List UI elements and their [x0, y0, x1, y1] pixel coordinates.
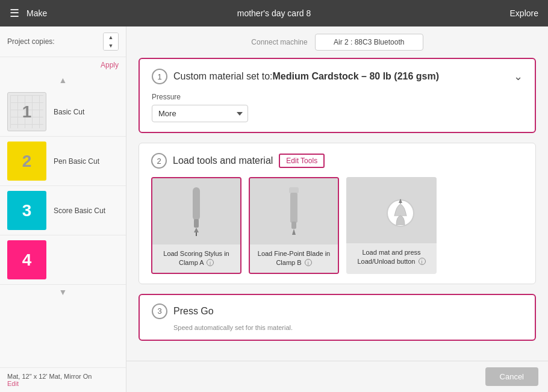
tool-label-stylus: Load Scoring Stylus in Clamp A i [152, 244, 240, 273]
footer-bar: Cancel [126, 361, 548, 392]
sidebar-thumb-4: 4 [7, 240, 46, 279]
sidebar-scroll-down: ▼ [0, 285, 126, 299]
mat-icon [367, 183, 416, 237]
step2-header: 2 Load tools and material Edit Tools [151, 153, 523, 169]
cancel-button[interactable]: Cancel [485, 367, 538, 386]
svg-rect-1 [194, 219, 199, 228]
document-title: mother's day card 8 [237, 8, 311, 18]
step3-header: 3 Press Go [152, 303, 523, 319]
copies-up-button[interactable]: ▲ [104, 33, 118, 42]
sidebar-edit-button[interactable]: Edit [7, 380, 19, 387]
app-header: ☰ Make mother's day card 8 Explore [0, 0, 548, 26]
explore-button[interactable]: Explore [510, 8, 538, 18]
make-title: Make [26, 8, 47, 18]
step2-title: Load tools and material [173, 155, 273, 166]
sidebar-scroll-up: ▲ [0, 73, 126, 87]
blade-info-icon[interactable]: i [305, 259, 312, 266]
svg-marker-7 [292, 229, 296, 235]
tool-image-stylus [152, 178, 240, 244]
stylus-info-icon[interactable]: i [207, 259, 214, 266]
step1-box: 1 Custom material set to:Medium Cardstoc… [139, 58, 536, 133]
sidebar-footer-text: Mat, 12" x 12' Mat, Mirror On [7, 373, 119, 380]
main-layout: Project copies: ▲ ▼ Apply ▲ 1 Basic Cut [0, 26, 548, 392]
step1-title: Custom material set to:Medium Cardstock … [173, 71, 439, 82]
tool-image-blade [250, 178, 338, 244]
mat-info-icon[interactable]: i [419, 258, 426, 265]
step1-header: 1 Custom material set to:Medium Cardstoc… [152, 69, 523, 84]
content-area: Connect machine Air 2 : 88C3 Bluetooth 1… [126, 26, 548, 392]
edit-tools-button[interactable]: Edit Tools [279, 154, 325, 168]
stylus-icon [178, 184, 214, 238]
sidebar-item-3[interactable]: 3 Score Basic Cut [0, 186, 126, 235]
sidebar-label-1: Basic Cut [54, 108, 84, 116]
connect-bar: Connect machine Air 2 : 88C3 Bluetooth [126, 26, 548, 58]
svg-rect-5 [290, 193, 297, 223]
tool-card-mat: Load mat and press Load/Unload button i [346, 177, 437, 274]
sidebar-thumb-1: 1 [7, 92, 46, 131]
sidebar-items-list: ▲ 1 Basic Cut 2 Pen Basic Cut 3 [0, 73, 126, 367]
sidebar-label-3: Score Basic Cut [54, 207, 105, 215]
sidebar-top: Project copies: ▲ ▼ [0, 26, 126, 57]
connect-label: Connect machine [251, 38, 307, 46]
step1-chevron[interactable]: ⌄ [514, 70, 523, 83]
step3-title: Press Go [173, 306, 214, 317]
connect-machine-button[interactable]: Air 2 : 88C3 Bluetooth [315, 34, 423, 51]
sidebar-item-2[interactable]: 2 Pen Basic Cut [0, 137, 126, 186]
speed-auto-text: Speed automatically set for this materia… [152, 324, 523, 331]
step2-box: 2 Load tools and material Edit Tools [139, 143, 536, 284]
svg-rect-6 [291, 222, 296, 229]
pressure-label: Pressure [152, 93, 523, 101]
step3-box: 3 Press Go Speed automatically set for t… [139, 294, 536, 341]
sidebar-thumb-3: 3 [7, 191, 46, 230]
step2-number: 2 [151, 153, 167, 169]
tool-label-mat: Load mat and press Load/Unload button i [346, 243, 437, 272]
step1-number: 1 [152, 69, 167, 84]
pressure-select[interactable]: Default Less More Custom [152, 105, 248, 122]
tool-card-blade: Load Fine-Point Blade in Clamp B i [249, 177, 339, 274]
apply-button[interactable]: Apply [0, 58, 126, 72]
sidebar-item-1[interactable]: 1 Basic Cut [0, 87, 126, 137]
menu-icon[interactable]: ☰ [10, 7, 19, 20]
sidebar: Project copies: ▲ ▼ Apply ▲ 1 Basic Cut [0, 26, 126, 392]
copies-stepper[interactable]: ▲ ▼ [103, 33, 119, 51]
step1-content: Pressure Default Less More Custom [152, 93, 523, 122]
tool-image-mat [346, 177, 437, 243]
svg-rect-0 [193, 187, 200, 220]
sidebar-footer: Mat, 12" x 12' Mat, Mirror On Edit [0, 367, 126, 392]
tools-grid: Load Scoring Stylus in Clamp A i [151, 177, 523, 274]
copies-down-button[interactable]: ▼ [104, 42, 118, 50]
sidebar-thumb-2: 2 [7, 142, 46, 181]
tool-card-stylus: Load Scoring Stylus in Clamp A i [151, 177, 241, 274]
svg-rect-4 [289, 187, 299, 193]
step1-title-prefix: Custom material set to: [173, 71, 273, 81]
step1-material: Medium Cardstock – 80 lb (216 gsm) [273, 71, 440, 81]
tool-label-blade: Load Fine-Point Blade in Clamp B i [250, 244, 338, 273]
svg-marker-2 [194, 228, 199, 232]
step3-number: 3 [152, 303, 167, 319]
sidebar-item-4[interactable]: 4 [0, 235, 126, 285]
step1-header-left: 1 Custom material set to:Medium Cardstoc… [152, 69, 439, 84]
sidebar-label-2: Pen Basic Cut [54, 157, 99, 166]
blade-icon [276, 184, 312, 238]
project-copies-label: Project copies: [7, 37, 55, 46]
